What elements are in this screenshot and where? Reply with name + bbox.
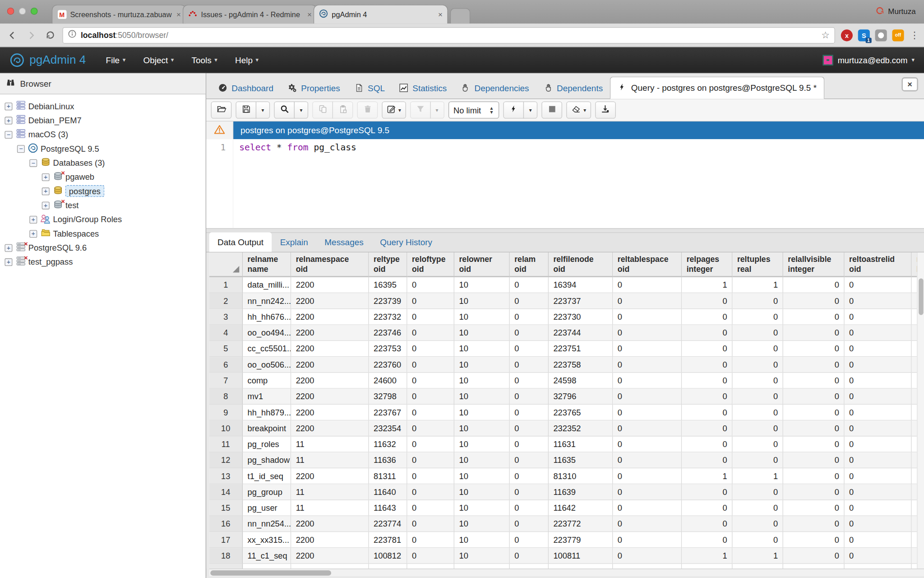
cell-reltype[interactable]: 16395 [369,277,407,293]
cell-reltuples[interactable]: 0 [733,532,783,548]
cell-reltoastrelid[interactable]: 0 [845,293,912,309]
cell-reltype[interactable]: 11636 [369,452,407,468]
cell-reloftype[interactable]: 0 [407,309,454,325]
cell-relam[interactable]: 0 [510,516,549,532]
cell-reltablespace[interactable]: 0 [613,532,682,548]
cell-reltablespace[interactable]: 0 [613,468,682,484]
cell-relam[interactable]: 0 [510,405,549,420]
cell-reltoastrelid[interactable]: 0 [845,357,912,373]
horizontal-scrollbar-thumb[interactable] [210,570,331,576]
cell-reltype[interactable]: 11643 [369,500,407,516]
cell-relnamespace[interactable]: 11 [291,484,369,500]
cell-reltablespace[interactable]: 0 [613,437,682,452]
cell-reltablespace[interactable]: 0 [613,548,682,564]
cell-reltuples[interactable]: 1 [733,468,783,484]
cell-relname[interactable]: oo_oo506... [243,357,291,373]
cell-reltuples[interactable]: 0 [733,325,783,341]
cell-relnamespace[interactable]: 2200 [291,277,369,293]
cell-relfilenode[interactable]: 11642 [549,500,613,516]
column-header-relowner[interactable]: relowneroid [454,252,510,277]
cell-relowner[interactable]: 10 [454,468,510,484]
tree-item-databases-3-[interactable]: −Databases (3) [0,156,206,170]
cell-relfilenode[interactable]: 11635 [549,452,613,468]
cell-reloftype[interactable]: 0 [407,468,454,484]
expand-toggle[interactable]: + [5,258,12,266]
cell-relname[interactable]: hh_hh879... [243,405,291,420]
bookmark-star-icon[interactable]: ☆ [821,29,830,41]
cell-reltoastrelid[interactable]: 0 [845,452,912,468]
cell-relam[interactable]: 0 [510,325,549,341]
tab-close-icon[interactable]: × [438,10,443,19]
window-minimize-button[interactable] [19,8,26,15]
cell-reloftype[interactable]: 0 [407,437,454,452]
cell-reltoastrelid[interactable]: 0 [845,341,912,357]
cell-relnamespace[interactable]: 2200 [291,373,369,388]
cell-relname[interactable]: pg_user [243,500,291,516]
column-header-relallvisible[interactable]: relallvisibleinteger [783,252,845,277]
expand-toggle[interactable]: + [29,215,37,223]
delete-button[interactable] [357,102,378,119]
expand-toggle[interactable]: + [5,103,12,110]
cell-reltuples[interactable]: 1 [733,548,783,564]
back-icon[interactable] [6,28,19,42]
cell-relowner[interactable]: 10 [454,532,510,548]
cell-relnamespace[interactable]: 2200 [291,532,369,548]
browser-profile[interactable]: Murtuza [875,6,916,17]
cell-reltablespace[interactable]: 0 [613,277,682,293]
output-tab-data-output[interactable]: Data Output [209,233,272,252]
row-number[interactable]: 13 [209,468,243,484]
cell-reltype[interactable]: 223760 [369,357,407,373]
cell-relfilenode[interactable]: 81310 [549,468,613,484]
cell-relallvisible[interactable]: 0 [783,452,845,468]
cell-relowner[interactable]: 10 [454,437,510,452]
cell-relname[interactable]: breakpoint [243,420,291,436]
cell-relowner[interactable]: 10 [454,389,510,405]
row-number[interactable]: 17 [209,532,243,548]
tree-item-postgresql-9-6[interactable]: +×PostgreSQL 9.6 [0,241,206,255]
column-header-reltype[interactable]: reltypeoid [369,252,407,277]
cell-reloftype[interactable]: 0 [407,293,454,309]
expand-toggle[interactable]: + [42,173,50,181]
cell-relam[interactable]: 0 [510,452,549,468]
cell-reltoastrelid[interactable]: 0 [845,468,912,484]
cell-reltype[interactable]: 223732 [369,309,407,325]
cell-reloftype[interactable]: 0 [407,373,454,388]
row-number[interactable]: 10 [209,420,243,436]
cell-reltablespace[interactable]: 0 [613,373,682,388]
cell-relam[interactable]: 0 [510,437,549,452]
row-number[interactable]: 4 [209,325,243,341]
cell-relpages[interactable]: 1 [682,277,732,293]
cell-relfilenode[interactable]: 223772 [549,516,613,532]
cell-reltablespace[interactable]: 0 [613,325,682,341]
cell-reltoastrelid[interactable]: 0 [845,484,912,500]
new-tab-button[interactable] [450,8,470,23]
cell-reltablespace[interactable]: 0 [613,420,682,436]
cell-reltablespace[interactable]: 0 [613,484,682,500]
cell-relam[interactable]: 0 [510,548,549,564]
cell-reltoastrelid[interactable]: 0 [845,309,912,325]
cell-relnamespace[interactable]: 2200 [291,341,369,357]
cell-relowner[interactable]: 10 [454,373,510,388]
tree-item-postgresql-9-5[interactable]: −PostgreSQL 9.5 [0,141,206,155]
browser-tab[interactable]: MScreenshots - murtuza.zabuaw× [52,5,186,23]
tab-dependents[interactable]: Dependents [536,79,610,98]
cell-reloftype[interactable]: 0 [407,452,454,468]
cell-relpages[interactable]: 0 [682,293,732,309]
cell-relpages[interactable]: 1 [682,548,732,564]
cell-reloftype[interactable]: 0 [407,484,454,500]
cell-relname[interactable]: nn_nn242... [243,293,291,309]
cell-reltuples[interactable]: 0 [733,293,783,309]
menu-help[interactable]: Help▾ [235,55,259,65]
cell-reltablespace[interactable]: 0 [613,357,682,373]
cell-relnamespace[interactable]: 2200 [291,420,369,436]
edit-menu-button[interactable]: ▾ [382,102,406,119]
reload-icon[interactable] [44,28,57,42]
cell-relam[interactable]: 0 [510,484,549,500]
cell-relpages[interactable]: 0 [682,500,732,516]
browser-tab[interactable]: Issues - pgAdmin 4 - Redmine× [183,5,317,23]
cell-relallvisible[interactable]: 0 [783,373,845,388]
output-tab-query-history[interactable]: Query History [372,233,440,252]
row-number[interactable]: 14 [209,484,243,500]
cell-relname[interactable]: pg_group [243,484,291,500]
cell-reltype[interactable]: 11640 [369,484,407,500]
